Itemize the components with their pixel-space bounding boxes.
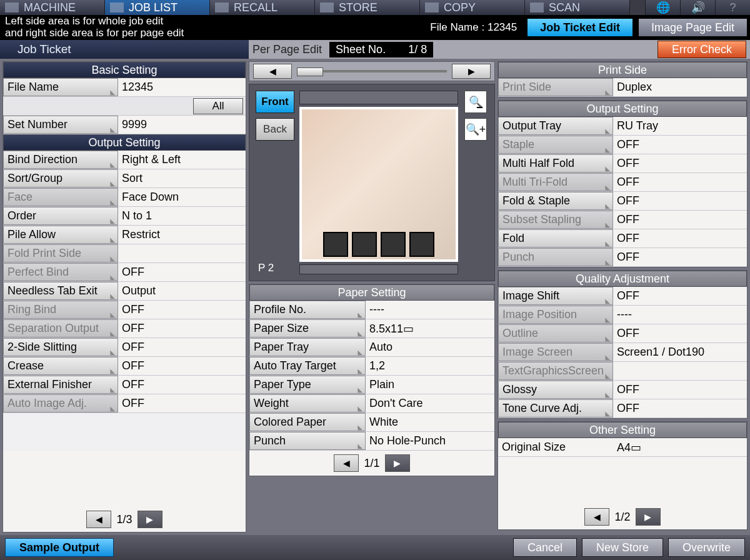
output-right-label: Multi Tri-Fold xyxy=(498,173,613,191)
help-icon[interactable]: ? xyxy=(715,0,750,15)
basic-label[interactable]: Set Number xyxy=(3,116,118,134)
right-panel-title: Per Page Edit xyxy=(252,43,322,56)
paper-label[interactable]: Auto Tray Target xyxy=(249,357,366,375)
all-button[interactable]: All xyxy=(193,98,243,114)
quality-label: Image Position xyxy=(498,306,613,324)
output-right-label[interactable]: Output Tray xyxy=(498,117,613,135)
output-left-row: Sort/GroupSort xyxy=(3,169,246,188)
paper-value: 1,2 xyxy=(366,357,494,375)
footer-bar: Sample Output Cancel New Store Overwrite xyxy=(0,535,750,560)
left-page-indicator: 1/3 xyxy=(116,513,132,526)
sample-output-button[interactable]: Sample Output xyxy=(5,538,114,557)
new-store-button[interactable]: New Store xyxy=(582,538,663,557)
left-next-button[interactable]: ▶ xyxy=(138,511,162,528)
output-right-label[interactable]: Multi Half Fold xyxy=(498,154,613,172)
zoom-in-button[interactable]: 🔍+ xyxy=(464,118,487,141)
left-pager: ◀ 1/3 ▶ xyxy=(3,507,246,532)
slider-prev-button[interactable]: ◀ xyxy=(253,64,292,79)
paper-row: PunchNo Hole-Punch xyxy=(249,432,494,451)
paper-label[interactable]: Weight xyxy=(249,394,366,412)
job-ticket-edit-button[interactable]: Job Ticket Edit xyxy=(527,18,633,37)
output-left-label[interactable]: Crease xyxy=(3,357,118,375)
paper-row: Paper TrayAuto xyxy=(249,338,494,357)
preview-top-strip xyxy=(299,91,458,104)
quality-value: ---- xyxy=(613,306,747,324)
fit-zoom-button[interactable]: 🔍̲ xyxy=(464,91,487,113)
quality-label[interactable]: Glossy xyxy=(498,381,613,399)
output-left-label: Ring Bind xyxy=(3,301,118,319)
quality-label[interactable]: Image Shift xyxy=(498,287,613,305)
tab-machine[interactable]: MACHINE xyxy=(0,0,105,15)
paper-value: Plain xyxy=(366,376,494,394)
paper-label[interactable]: Paper Type xyxy=(249,376,366,394)
paper-label[interactable]: Punch xyxy=(249,432,366,450)
output-left-value: Right & Left xyxy=(118,151,246,169)
output-left-label[interactable]: Pile Allow xyxy=(3,226,118,244)
basic-label[interactable]: File Name xyxy=(3,78,118,96)
output-left-label[interactable]: 2-Side Slitting xyxy=(3,338,118,356)
preview-page-number: P 2 xyxy=(256,261,294,274)
output-left-row: OrderN to 1 xyxy=(3,207,246,226)
right-next-button[interactable]: ▶ xyxy=(636,508,661,526)
mid-next-button[interactable]: ▶ xyxy=(385,454,410,472)
paper-label[interactable]: Paper Size xyxy=(249,319,366,338)
quality-value xyxy=(613,362,747,380)
output-setting-right-header: Output Setting xyxy=(498,101,747,117)
output-left-row: 2-Side SlittingOFF xyxy=(3,338,246,357)
output-left-label[interactable]: Needless Tab Exit xyxy=(3,282,118,300)
output-right-value: RU Tray xyxy=(613,117,747,135)
paper-label[interactable]: Profile No. xyxy=(249,301,366,319)
output-left-label[interactable]: Order xyxy=(3,207,118,225)
other-label[interactable]: Original Size xyxy=(498,438,613,456)
output-right-label[interactable]: Fold xyxy=(498,229,613,248)
paper-value: ---- xyxy=(366,301,494,319)
output-left-label[interactable]: External Finisher xyxy=(3,376,118,394)
error-check-button[interactable]: Error Check xyxy=(658,41,746,58)
preview-image xyxy=(299,107,458,262)
output-left-value: N to 1 xyxy=(118,207,246,225)
right-prev-button[interactable]: ◀ xyxy=(584,508,609,526)
preview-thumb xyxy=(352,232,377,257)
basic-row: File Name12345 xyxy=(3,78,246,97)
job-ticket-panel: Basic Setting File Name12345AllSet Numbe… xyxy=(2,61,246,532)
paper-label[interactable]: Paper Tray xyxy=(249,338,366,356)
output-left-row: Ring BindOFF xyxy=(3,301,246,319)
other-setting-header: Other Setting xyxy=(498,422,747,438)
paper-value: Auto xyxy=(366,338,494,356)
overwrite-button[interactable]: Overwrite xyxy=(668,538,745,557)
output-left-label[interactable]: Bind Direction xyxy=(3,151,118,169)
speaker-icon[interactable]: 🔊 xyxy=(680,0,715,15)
back-side-button[interactable]: Back xyxy=(256,118,294,141)
paper-label[interactable]: Colored Paper xyxy=(249,413,366,431)
front-side-button[interactable]: Front xyxy=(256,91,294,113)
output-right-value: OFF xyxy=(613,192,747,210)
cancel-button[interactable]: Cancel xyxy=(513,538,577,557)
print-side-label: Print Side xyxy=(498,78,613,96)
tab-job-list[interactable]: JOB LIST xyxy=(105,0,210,15)
paper-setting-header: Paper Setting xyxy=(249,284,494,301)
mid-pager: ◀ 1/1 ▶ xyxy=(249,451,494,476)
output-right-row: FoldOFF xyxy=(498,229,747,248)
output-left-label[interactable]: Sort/Group xyxy=(3,169,118,188)
slider-next-button[interactable]: ▶ xyxy=(452,64,491,79)
image-page-edit-button[interactable]: Image Page Edit xyxy=(638,18,748,37)
tab-recall[interactable]: RECALL xyxy=(210,0,315,15)
output-left-label: Perfect Bind xyxy=(3,263,118,281)
page-slider[interactable] xyxy=(297,70,447,72)
tab-scan[interactable]: SCAN xyxy=(525,0,630,15)
output-right-label[interactable]: Fold & Staple xyxy=(498,192,613,210)
globe-icon[interactable]: 🌐 xyxy=(645,0,680,15)
left-panel-title: Job Ticket xyxy=(0,40,249,59)
quality-row: Tone Curve Adj.OFF xyxy=(498,399,747,418)
output-right-value: OFF xyxy=(613,248,747,266)
output-left-value: OFF xyxy=(118,394,246,412)
left-prev-button[interactable]: ◀ xyxy=(86,511,111,528)
paper-row: Colored PaperWhite xyxy=(249,413,494,432)
quality-label[interactable]: Tone Curve Adj. xyxy=(498,399,613,418)
tab-copy[interactable]: COPY xyxy=(420,0,525,15)
basic-value: 9999 xyxy=(118,116,246,134)
output-left-row: Separation OutputOFF xyxy=(3,319,246,338)
tab-store[interactable]: STORE xyxy=(315,0,420,15)
mid-prev-button[interactable]: ◀ xyxy=(334,454,359,472)
output-right-row: PunchOFF xyxy=(498,248,747,267)
